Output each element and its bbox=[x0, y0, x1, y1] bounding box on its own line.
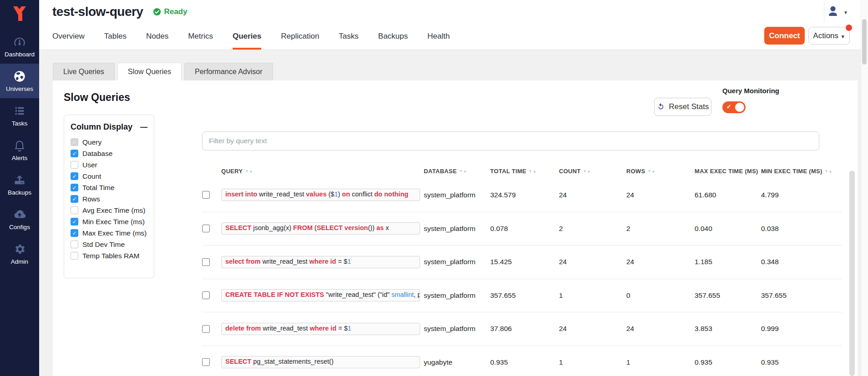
page-scrollbar[interactable] bbox=[861, 0, 868, 376]
query-text-box[interactable]: CREATE TABLE IF NOT EXISTS "write_read_t… bbox=[221, 289, 420, 301]
sort-arrows-icon[interactable]: ▼▲ bbox=[245, 169, 253, 173]
column-toggle-count[interactable]: ✓Count bbox=[71, 170, 147, 182]
checkbox-unchecked-icon[interactable] bbox=[71, 161, 78, 169]
user-avatar-icon[interactable] bbox=[826, 5, 840, 20]
sidebar-item-admin[interactable]: Admin bbox=[0, 236, 39, 271]
status-badge: Ready bbox=[153, 7, 187, 16]
max-exec-time-cell: 0.040 bbox=[695, 225, 761, 233]
yugabyte-logo-icon[interactable] bbox=[0, 2, 39, 25]
tab-metrics[interactable]: Metrics bbox=[188, 23, 213, 50]
tab-tasks[interactable]: Tasks bbox=[339, 23, 358, 50]
row-checkbox[interactable] bbox=[202, 291, 210, 299]
page-scrollbar-thumb[interactable] bbox=[862, 19, 867, 65]
actions-label: Actions bbox=[813, 31, 838, 40]
query-text-box[interactable]: select from write_read_test where id = $… bbox=[221, 256, 420, 268]
slow-queries-panel: Slow Queries Reset Stats Query Monitorin… bbox=[53, 80, 858, 376]
query-segment-kw: where id bbox=[310, 258, 336, 265]
column-toggle-temp-tables-ram[interactable]: Temp Tables RAM bbox=[71, 250, 147, 261]
tab-nodes[interactable]: Nodes bbox=[146, 23, 168, 50]
sidebar-item-dashboard[interactable]: Dashboard bbox=[0, 29, 39, 64]
column-toggle-rows[interactable]: ✓Rows bbox=[71, 193, 147, 205]
table-row[interactable]: SELECT pg_stat_statements_reset()yugabyt… bbox=[202, 346, 842, 376]
tab-queries[interactable]: Queries bbox=[233, 23, 261, 50]
query-segment-kw: SELECT bbox=[225, 224, 251, 231]
sidebar-item-universes[interactable]: Universes bbox=[0, 64, 39, 98]
subtab-slow-queries[interactable]: Slow Queries bbox=[117, 63, 182, 80]
subtab-performance-advisor[interactable]: Performance Advisor bbox=[184, 63, 273, 80]
sort-arrows-icon[interactable]: ▼▲ bbox=[825, 169, 833, 173]
rows-cell: 24 bbox=[626, 258, 695, 266]
column-header-max-exec-time-ms-[interactable]: MAX EXEC TIME (MS)▼▲ bbox=[695, 168, 761, 175]
query-text-box[interactable]: SELECT pg_stat_statements_reset() bbox=[221, 356, 420, 368]
row-checkbox[interactable] bbox=[202, 325, 210, 333]
checkbox-checked-icon[interactable]: ✓ bbox=[71, 150, 78, 157]
checkbox-unchecked-icon[interactable] bbox=[71, 241, 78, 248]
connect-button[interactable]: Connect bbox=[764, 27, 805, 45]
sort-arrows-icon[interactable]: ▼▲ bbox=[459, 169, 467, 173]
column-toggle-label: Temp Tables RAM bbox=[82, 252, 139, 260]
column-header-query[interactable]: QUERY▼▲ bbox=[221, 168, 424, 175]
column-toggle-max-exec-time-ms-[interactable]: ✓Max Exec Time (ms) bbox=[71, 227, 147, 239]
table-row[interactable]: CREATE TABLE IF NOT EXISTS "write_read_t… bbox=[202, 279, 842, 312]
checkbox-unchecked-icon[interactable] bbox=[71, 252, 78, 260]
column-header-database[interactable]: DATABASE▼▲ bbox=[424, 168, 490, 175]
column-toggle-std-dev-time[interactable]: Std Dev Time bbox=[71, 239, 147, 250]
table-row[interactable]: insert into write_read_test values ($1) … bbox=[202, 178, 842, 212]
query-segment-plain: ( bbox=[313, 224, 317, 231]
table-row[interactable]: delete from write_read_test where id = $… bbox=[202, 312, 842, 346]
sort-arrows-icon[interactable]: ▼▲ bbox=[529, 169, 537, 173]
query-segment-kw: SELECT version bbox=[317, 224, 368, 231]
sidebar-item-alerts[interactable]: Alerts bbox=[0, 133, 39, 167]
column-header-rows[interactable]: ROWS▼▲ bbox=[626, 168, 695, 175]
column-toggle-avg-exec-time-ms-[interactable]: Avg Exec Time (ms) bbox=[71, 205, 147, 216]
tab-overview[interactable]: Overview bbox=[52, 23, 85, 50]
row-checkbox[interactable] bbox=[202, 258, 210, 266]
column-toggle-min-exec-time-ms-[interactable]: ✓Min Exec Time (ms) bbox=[71, 216, 147, 227]
column-toggle-database[interactable]: ✓Database bbox=[71, 148, 147, 159]
tab-health[interactable]: Health bbox=[427, 23, 450, 50]
tab-tables[interactable]: Tables bbox=[104, 23, 127, 50]
checkbox-checked-icon[interactable]: ✓ bbox=[71, 172, 78, 180]
column-toggle-user[interactable]: User bbox=[71, 159, 147, 170]
bell-icon bbox=[13, 139, 26, 152]
query-filter-input[interactable] bbox=[202, 131, 819, 150]
sidebar-item-backups[interactable]: Backups bbox=[0, 167, 39, 202]
checkbox-unchecked-icon[interactable] bbox=[71, 206, 78, 214]
row-checkbox[interactable] bbox=[202, 358, 210, 366]
table-scrollbar[interactable] bbox=[849, 170, 855, 376]
row-select-cell bbox=[202, 225, 221, 232]
sort-arrows-icon[interactable]: ▼▲ bbox=[583, 169, 591, 173]
column-toggle-label: Std Dev Time bbox=[82, 241, 125, 249]
checkbox-checked-icon[interactable]: ✓ bbox=[71, 218, 78, 226]
row-checkbox[interactable] bbox=[202, 225, 210, 232]
checkbox-checked-icon[interactable]: ✓ bbox=[71, 195, 78, 203]
query-segment-plain: write_read_test bbox=[257, 191, 306, 198]
tab-backups[interactable]: Backups bbox=[378, 23, 408, 50]
column-toggle-total-time[interactable]: ✓Total Time bbox=[71, 182, 147, 193]
query-monitoring-toggle[interactable]: ✓ bbox=[722, 101, 746, 113]
checkbox-checked-icon[interactable]: ✓ bbox=[71, 184, 78, 191]
actions-button[interactable]: Actions ▼ bbox=[808, 27, 850, 45]
table-row[interactable]: SELECT jsonb_agg(x) FROM (SELECT version… bbox=[202, 212, 842, 246]
query-cell: delete from write_read_test where id = $… bbox=[221, 323, 424, 335]
sidebar-item-tasks[interactable]: Tasks bbox=[0, 98, 39, 133]
sort-arrows-icon[interactable]: ▼▲ bbox=[648, 169, 656, 173]
collapse-icon[interactable]: — bbox=[140, 125, 147, 130]
reset-stats-button[interactable]: Reset Stats bbox=[654, 98, 711, 116]
query-text-box[interactable]: SELECT jsonb_agg(x) FROM (SELECT version… bbox=[221, 222, 420, 235]
column-header-count[interactable]: COUNT▼▲ bbox=[559, 168, 626, 175]
subtab-live-queries[interactable]: Live Queries bbox=[53, 63, 115, 80]
user-menu[interactable]: ▼ bbox=[826, 5, 848, 20]
chevron-down-icon[interactable]: ▼ bbox=[843, 10, 848, 15]
query-text-box[interactable]: insert into write_read_test values ($1) … bbox=[221, 189, 420, 201]
sidebar-item-configs[interactable]: Configs bbox=[0, 202, 39, 236]
column-header-min-exec-time-ms-[interactable]: MIN EXEC TIME (MS)▼▲ bbox=[761, 168, 842, 175]
query-text-box[interactable]: delete from write_read_test where id = $… bbox=[221, 323, 420, 335]
checkbox-checked-icon[interactable]: ✓ bbox=[71, 229, 78, 237]
row-checkbox[interactable] bbox=[202, 191, 210, 199]
column-toggle-label: User bbox=[82, 161, 97, 169]
count-cell: 1 bbox=[559, 291, 626, 300]
table-row[interactable]: select from write_read_test where id = $… bbox=[202, 245, 842, 279]
tab-replication[interactable]: Replication bbox=[281, 23, 319, 50]
column-header-total-time[interactable]: TOTAL TIME▼▲ bbox=[490, 168, 559, 175]
